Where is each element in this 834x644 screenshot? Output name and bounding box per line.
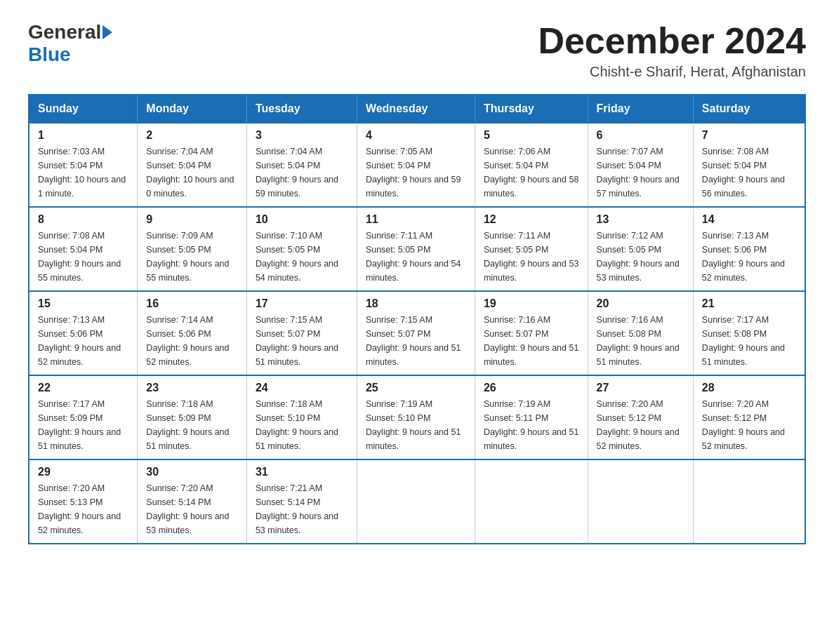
- calendar-week-row: 8 Sunrise: 7:08 AM Sunset: 5:04 PM Dayli…: [29, 207, 805, 291]
- day-info: Sunrise: 7:20 AM Sunset: 5:13 PM Dayligh…: [38, 481, 128, 537]
- day-number: 20: [597, 297, 684, 310]
- day-info: Sunrise: 7:15 AM Sunset: 5:07 PM Dayligh…: [256, 313, 348, 369]
- day-number: 26: [484, 382, 579, 394]
- day-number: 6: [597, 129, 684, 142]
- calendar-day-cell: 4 Sunrise: 7:05 AM Sunset: 5:04 PM Dayli…: [357, 123, 475, 207]
- day-info: Sunrise: 7:14 AM Sunset: 5:06 PM Dayligh…: [146, 313, 238, 369]
- calendar-day-cell: 3 Sunrise: 7:04 AM Sunset: 5:04 PM Dayli…: [246, 123, 357, 207]
- calendar-day-cell: 5 Sunrise: 7:06 AM Sunset: 5:04 PM Dayli…: [475, 123, 588, 207]
- page-header: General Blue December 2024 Chisht-e Shar…: [28, 21, 806, 80]
- day-info: Sunrise: 7:08 AM Sunset: 5:04 PM Dayligh…: [702, 145, 796, 201]
- calendar-day-cell: 7 Sunrise: 7:08 AM Sunset: 5:04 PM Dayli…: [693, 123, 805, 207]
- calendar-header-row: Sunday Monday Tuesday Wednesday Thursday…: [29, 95, 805, 123]
- calendar-day-cell: [475, 459, 588, 544]
- month-title: December 2024: [538, 21, 806, 61]
- calendar-day-cell: 12 Sunrise: 7:11 AM Sunset: 5:05 PM Dayl…: [475, 207, 588, 291]
- calendar-day-cell: 20 Sunrise: 7:16 AM Sunset: 5:08 PM Dayl…: [588, 291, 693, 375]
- day-number: 28: [702, 382, 796, 394]
- day-number: 30: [146, 466, 238, 478]
- calendar-day-cell: 23 Sunrise: 7:18 AM Sunset: 5:09 PM Dayl…: [138, 375, 247, 459]
- calendar-day-cell: 9 Sunrise: 7:09 AM Sunset: 5:05 PM Dayli…: [138, 207, 247, 291]
- day-number: 10: [256, 213, 348, 226]
- col-header-thursday: Thursday: [475, 95, 588, 123]
- calendar-day-cell: 15 Sunrise: 7:13 AM Sunset: 5:06 PM Dayl…: [29, 291, 138, 375]
- calendar-day-cell: 21 Sunrise: 7:17 AM Sunset: 5:08 PM Dayl…: [693, 291, 805, 375]
- calendar-day-cell: 2 Sunrise: 7:04 AM Sunset: 5:04 PM Dayli…: [138, 123, 247, 207]
- col-header-friday: Friday: [588, 95, 693, 123]
- day-info: Sunrise: 7:04 AM Sunset: 5:04 PM Dayligh…: [146, 145, 238, 201]
- day-number: 5: [484, 129, 579, 142]
- calendar-day-cell: 18 Sunrise: 7:15 AM Sunset: 5:07 PM Dayl…: [357, 291, 475, 375]
- day-number: 25: [366, 382, 466, 394]
- day-number: 18: [366, 297, 466, 310]
- calendar-day-cell: 29 Sunrise: 7:20 AM Sunset: 5:13 PM Dayl…: [29, 459, 138, 544]
- calendar-day-cell: 30 Sunrise: 7:20 AM Sunset: 5:14 PM Dayl…: [138, 459, 247, 544]
- day-number: 19: [484, 297, 579, 310]
- calendar-day-cell: 31 Sunrise: 7:21 AM Sunset: 5:14 PM Dayl…: [246, 459, 357, 544]
- day-info: Sunrise: 7:10 AM Sunset: 5:05 PM Dayligh…: [256, 229, 348, 285]
- day-number: 11: [366, 213, 466, 226]
- day-info: Sunrise: 7:18 AM Sunset: 5:09 PM Dayligh…: [146, 397, 238, 453]
- calendar-day-cell: [357, 459, 475, 544]
- day-number: 13: [597, 213, 684, 226]
- calendar-table: Sunday Monday Tuesday Wednesday Thursday…: [28, 94, 806, 544]
- col-header-wednesday: Wednesday: [357, 95, 475, 123]
- col-header-sunday: Sunday: [29, 95, 138, 123]
- day-info: Sunrise: 7:20 AM Sunset: 5:12 PM Dayligh…: [702, 397, 796, 453]
- day-info: Sunrise: 7:03 AM Sunset: 5:04 PM Dayligh…: [38, 145, 128, 201]
- calendar-day-cell: [693, 459, 805, 544]
- calendar-week-row: 15 Sunrise: 7:13 AM Sunset: 5:06 PM Dayl…: [29, 291, 805, 375]
- col-header-monday: Monday: [138, 95, 247, 123]
- calendar-day-cell: 16 Sunrise: 7:14 AM Sunset: 5:06 PM Dayl…: [138, 291, 247, 375]
- day-info: Sunrise: 7:05 AM Sunset: 5:04 PM Dayligh…: [366, 145, 466, 201]
- col-header-tuesday: Tuesday: [246, 95, 357, 123]
- day-number: 3: [256, 129, 348, 142]
- calendar-day-cell: 11 Sunrise: 7:11 AM Sunset: 5:05 PM Dayl…: [357, 207, 475, 291]
- title-section: December 2024 Chisht-e Sharif, Herat, Af…: [538, 21, 806, 80]
- day-number: 9: [146, 213, 238, 226]
- day-number: 14: [702, 213, 796, 226]
- day-info: Sunrise: 7:19 AM Sunset: 5:10 PM Dayligh…: [366, 397, 466, 453]
- calendar-day-cell: 19 Sunrise: 7:16 AM Sunset: 5:07 PM Dayl…: [475, 291, 588, 375]
- calendar-day-cell: 28 Sunrise: 7:20 AM Sunset: 5:12 PM Dayl…: [693, 375, 805, 459]
- day-info: Sunrise: 7:21 AM Sunset: 5:14 PM Dayligh…: [256, 481, 348, 537]
- calendar-day-cell: 22 Sunrise: 7:17 AM Sunset: 5:09 PM Dayl…: [29, 375, 138, 459]
- calendar-day-cell: 1 Sunrise: 7:03 AM Sunset: 5:04 PM Dayli…: [29, 123, 138, 207]
- day-info: Sunrise: 7:09 AM Sunset: 5:05 PM Dayligh…: [146, 229, 238, 285]
- col-header-saturday: Saturday: [693, 95, 805, 123]
- day-number: 7: [702, 129, 796, 142]
- day-number: 4: [366, 129, 466, 142]
- day-info: Sunrise: 7:17 AM Sunset: 5:09 PM Dayligh…: [38, 397, 128, 453]
- day-number: 1: [38, 129, 128, 142]
- calendar-week-row: 1 Sunrise: 7:03 AM Sunset: 5:04 PM Dayli…: [29, 123, 805, 207]
- calendar-day-cell: 24 Sunrise: 7:18 AM Sunset: 5:10 PM Dayl…: [246, 375, 357, 459]
- logo-general-text: General: [28, 21, 101, 43]
- calendar-day-cell: 8 Sunrise: 7:08 AM Sunset: 5:04 PM Dayli…: [29, 207, 138, 291]
- logo-blue-text: Blue: [28, 43, 71, 66]
- day-number: 21: [702, 297, 796, 310]
- calendar-day-cell: 14 Sunrise: 7:13 AM Sunset: 5:06 PM Dayl…: [693, 207, 805, 291]
- day-info: Sunrise: 7:06 AM Sunset: 5:04 PM Dayligh…: [484, 145, 579, 201]
- day-info: Sunrise: 7:16 AM Sunset: 5:07 PM Dayligh…: [484, 313, 579, 369]
- calendar-week-row: 22 Sunrise: 7:17 AM Sunset: 5:09 PM Dayl…: [29, 375, 805, 459]
- day-number: 31: [256, 466, 348, 478]
- calendar-day-cell: [588, 459, 693, 544]
- calendar-day-cell: 10 Sunrise: 7:10 AM Sunset: 5:05 PM Dayl…: [246, 207, 357, 291]
- calendar-day-cell: 13 Sunrise: 7:12 AM Sunset: 5:05 PM Dayl…: [588, 207, 693, 291]
- day-number: 17: [256, 297, 348, 310]
- day-number: 2: [146, 129, 238, 142]
- calendar-day-cell: 17 Sunrise: 7:15 AM Sunset: 5:07 PM Dayl…: [246, 291, 357, 375]
- day-info: Sunrise: 7:20 AM Sunset: 5:12 PM Dayligh…: [597, 397, 684, 453]
- day-info: Sunrise: 7:12 AM Sunset: 5:05 PM Dayligh…: [597, 229, 684, 285]
- calendar-day-cell: 6 Sunrise: 7:07 AM Sunset: 5:04 PM Dayli…: [588, 123, 693, 207]
- day-info: Sunrise: 7:08 AM Sunset: 5:04 PM Dayligh…: [38, 229, 128, 285]
- day-number: 24: [256, 382, 348, 394]
- calendar-week-row: 29 Sunrise: 7:20 AM Sunset: 5:13 PM Dayl…: [29, 459, 805, 544]
- location-text: Chisht-e Sharif, Herat, Afghanistan: [538, 64, 806, 80]
- day-info: Sunrise: 7:16 AM Sunset: 5:08 PM Dayligh…: [597, 313, 684, 369]
- day-info: Sunrise: 7:20 AM Sunset: 5:14 PM Dayligh…: [146, 481, 238, 537]
- day-number: 22: [38, 382, 128, 394]
- day-number: 8: [38, 213, 128, 226]
- day-info: Sunrise: 7:13 AM Sunset: 5:06 PM Dayligh…: [702, 229, 796, 285]
- day-info: Sunrise: 7:17 AM Sunset: 5:08 PM Dayligh…: [702, 313, 796, 369]
